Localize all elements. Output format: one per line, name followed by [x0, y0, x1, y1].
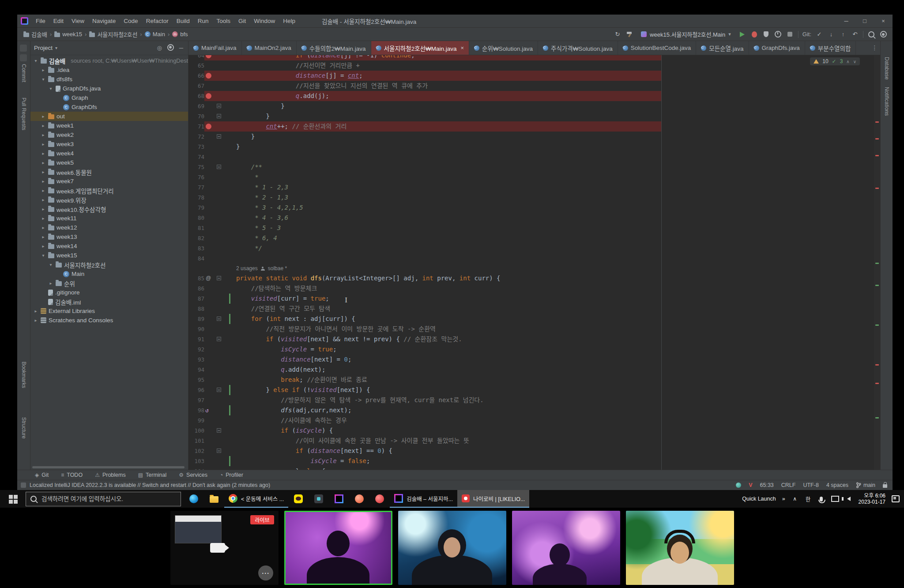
tree-expand-arrow[interactable]: ▸: [41, 234, 46, 239]
status-message[interactable]: Localized IntelliJ IDEA 2022.2.3 is avai…: [30, 482, 270, 488]
menu-edit[interactable]: Edit: [49, 15, 68, 27]
tool-strip-icon[interactable]: [20, 54, 27, 61]
taskbar-window-2[interactable]: 나이로비 | [LIKELIO...: [457, 490, 529, 508]
file-encoding[interactable]: UTF-8: [803, 482, 818, 488]
error-stripe[interactable]: [874, 55, 880, 470]
profiler-button[interactable]: [774, 30, 782, 39]
git-branch-widget[interactable]: main: [856, 482, 875, 488]
tool-strip-icon[interactable]: [20, 45, 27, 52]
tree-item-12[interactable]: ▸week6.동물원: [30, 167, 188, 177]
toolwindow-pull-requests[interactable]: Pull Requests: [21, 98, 27, 130]
tree-item-18[interactable]: ▸week12: [30, 223, 188, 232]
fold-icon[interactable]: −: [217, 388, 221, 392]
tree-expand-arrow[interactable]: ▸: [41, 197, 46, 202]
taskbar-icon-edge[interactable]: [184, 490, 204, 508]
toolwindow-bookmarks[interactable]: Bookmarks: [21, 362, 27, 388]
language-status-icon[interactable]: [736, 482, 741, 488]
tab-2[interactable]: C수들의합2₩Main.java: [297, 41, 371, 55]
start-button[interactable]: [0, 490, 26, 508]
fold-icon[interactable]: −: [217, 165, 221, 169]
toolwindow-profiler[interactable]: ◔Profiler: [220, 472, 243, 478]
fold-icon[interactable]: −: [217, 337, 221, 341]
breakpoint-icon[interactable]: [206, 93, 211, 99]
stop-button[interactable]: [786, 30, 794, 39]
tree-item-10[interactable]: ▸week4: [30, 149, 188, 158]
toolwindow-structure[interactable]: Structure: [21, 417, 27, 439]
action-center-icon[interactable]: [892, 495, 900, 502]
taskbar-icon-app-dark[interactable]: [309, 490, 329, 508]
tree-collapse-arrow[interactable]: ▾: [33, 58, 38, 63]
indent-style[interactable]: 4 spaces: [826, 482, 848, 488]
more-tabs-icon[interactable]: ⋮: [872, 41, 878, 55]
toolwindow-terminal[interactable]: ▤Terminal: [138, 472, 167, 478]
tree-expand-arrow[interactable]: ▸: [48, 281, 53, 286]
taskbar-window-1[interactable]: 김술배 – 서울지하...: [390, 490, 457, 508]
coverage-button[interactable]: [762, 30, 770, 39]
fold-icon[interactable]: −: [217, 449, 221, 453]
search-input[interactable]: [41, 495, 176, 503]
tree-collapse-arrow[interactable]: ▾: [48, 262, 53, 267]
menu-tools[interactable]: Tools: [212, 15, 234, 27]
breadcrumb-item-4[interactable]: mbfs: [172, 31, 188, 38]
usage-hint[interactable]: 2 usagessolbae *: [188, 264, 874, 273]
close-button[interactable]: ×: [874, 15, 893, 27]
toolwindow-services[interactable]: ⚙Services: [179, 472, 207, 478]
tree-item-22[interactable]: ▾서울지하철2호선: [30, 260, 188, 269]
taskbar-search[interactable]: [26, 492, 181, 506]
microphone-icon[interactable]: [818, 497, 825, 501]
git-push-icon[interactable]: ↑: [839, 30, 847, 39]
tree-item-20[interactable]: ▸week14: [30, 241, 188, 251]
taskbar-icon-app-orange[interactable]: [349, 490, 369, 508]
breadcrumb-item-3[interactable]: CMain: [145, 31, 165, 38]
menu-view[interactable]: View: [68, 15, 88, 27]
fold-icon[interactable]: −: [217, 114, 221, 118]
tree-collapse-arrow[interactable]: ▾: [41, 77, 46, 82]
menu-code[interactable]: Code: [120, 15, 142, 27]
menu-refactor[interactable]: Refactor: [142, 15, 173, 27]
tree-expand-arrow[interactable]: ▸: [33, 318, 38, 323]
tree-item-17[interactable]: ▸week11: [30, 214, 188, 223]
tree-collapse-arrow[interactable]: ▾: [48, 86, 53, 91]
next-issue-icon[interactable]: ∨: [853, 59, 856, 64]
toolwindow-todo[interactable]: ≡TODO: [61, 472, 83, 478]
tree-collapse-arrow[interactable]: ▾: [41, 253, 46, 258]
tree-item-3[interactable]: ▾GraphDfs.java: [30, 84, 188, 93]
menu-file[interactable]: File: [32, 15, 49, 27]
stream-thumb-screenshare[interactable]: 라이브 ⋯: [170, 511, 279, 585]
hide-panel-icon[interactable]: ─: [178, 45, 185, 51]
tree-expand-arrow[interactable]: ▸: [41, 225, 46, 230]
debug-button[interactable]: [750, 30, 758, 39]
tree-expand-arrow[interactable]: ▸: [41, 207, 46, 211]
run-button[interactable]: [738, 30, 746, 39]
display-icon[interactable]: [831, 496, 839, 502]
tree-expand-arrow[interactable]: ▸: [41, 68, 46, 72]
taskbar-icon-app-red[interactable]: [369, 490, 390, 508]
tree-expand-arrow[interactable]: ▸: [41, 142, 46, 147]
tree-item-2[interactable]: ▾dfs8fs: [30, 75, 188, 84]
quick-launch-expand[interactable]: »: [782, 496, 785, 502]
project-dropdown[interactable]: Project: [34, 45, 53, 51]
stream-thumb-webcam-1[interactable]: [284, 511, 392, 585]
tree-item-9[interactable]: ▸week3: [30, 139, 188, 149]
settings-gear-icon[interactable]: [166, 44, 175, 52]
minimize-button[interactable]: ─: [837, 15, 855, 27]
tree-item-1[interactable]: ▸.idea: [30, 65, 188, 75]
quick-launch-label[interactable]: Quick Launch: [742, 496, 776, 502]
git-commit-check-icon[interactable]: ✓: [815, 30, 823, 39]
tree-expand-arrow[interactable]: ▸: [41, 188, 46, 193]
tab-4[interactable]: C순위₩Solution.java: [469, 41, 538, 55]
tree-item-24[interactable]: ▸순위: [30, 279, 188, 288]
tab-9[interactable]: C부분수열의합: [805, 41, 856, 55]
caret-position[interactable]: 65:33: [760, 482, 774, 488]
taskbar-icon-explorer[interactable]: [204, 490, 224, 508]
menu-run[interactable]: Run: [194, 15, 213, 27]
tab-7[interactable]: C모든순열.java: [696, 41, 749, 55]
taskbar-icon-intellij[interactable]: [329, 490, 349, 508]
locate-file-icon[interactable]: ◎: [155, 45, 163, 51]
lock-icon[interactable]: [883, 484, 887, 488]
toolwindow-git[interactable]: ◈Git: [35, 472, 49, 478]
toolwindow-notifications[interactable]: Notifications: [884, 87, 890, 116]
tree-item-8[interactable]: ▸week2: [30, 130, 188, 139]
toolwindow-commit[interactable]: Commit: [21, 64, 27, 82]
breakpoint-icon[interactable]: [206, 124, 211, 129]
